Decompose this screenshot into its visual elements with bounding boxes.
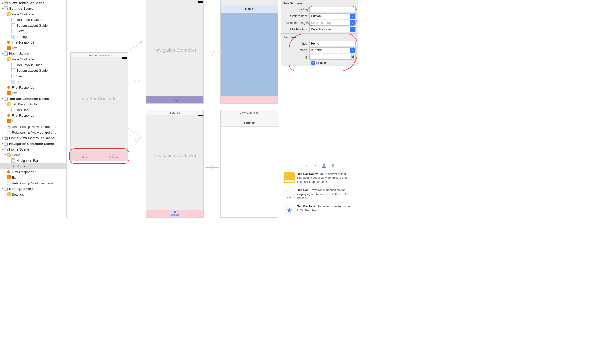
- library-tab-code-icon[interactable]: {}: [312, 163, 317, 168]
- scene-header[interactable]: ▶Settings Scene: [0, 6, 66, 11]
- outline-item[interactable]: ▼Home: [0, 152, 66, 158]
- home-icon: ⌂: [174, 97, 176, 100]
- title-position-select[interactable]: Default Position⌄: [309, 27, 356, 32]
- outline-item[interactable]: ⬢First Responder: [0, 113, 66, 118]
- chevron-down-icon: ⌄: [350, 14, 355, 19]
- outline-item[interactable]: →Exit: [0, 45, 66, 51]
- outline-item[interactable]: Navigation Bar: [0, 158, 66, 163]
- outline-item[interactable]: ▼View Controller: [0, 56, 66, 62]
- outline-item[interactable]: Bottom Layout Guide: [0, 23, 66, 28]
- tab-home[interactable]: ⌂Home: [71, 151, 99, 161]
- outline-item[interactable]: ⬢First Responder: [0, 39, 66, 45]
- outline-item[interactable]: →Exit: [0, 90, 66, 96]
- outline-label: First Responder: [12, 40, 35, 44]
- enabled-checkbox[interactable]: ✓: [311, 61, 315, 65]
- storyboard-canvas[interactable]: Tab Bar Controller Tab Bar Controller ⌂H…: [67, 0, 281, 218]
- tab-bar[interactable]: ⌂Home ⚙Settings: [71, 151, 128, 161]
- outline-item[interactable]: Relationship "view controller...: [0, 124, 66, 130]
- system-item-select[interactable]: Custom⌄: [309, 13, 356, 19]
- tag-row: Tag 0▲▼: [281, 53, 358, 60]
- home-icon: ⌂: [84, 153, 86, 156]
- scene-settings-vc[interactable]: View Controller Settings: [220, 110, 278, 218]
- library-thumb-icon: ★: [284, 205, 295, 216]
- system-item-row: System Item Custom⌄: [281, 13, 358, 19]
- stepper-down-icon[interactable]: ▼: [352, 57, 355, 59]
- scene-header[interactable]: ▶Settings Scene: [0, 186, 66, 191]
- badge-row: Badge: [281, 6, 358, 13]
- select-value: Default Position: [311, 28, 333, 31]
- scene-header[interactable]: ▶Home Scene: [0, 146, 66, 152]
- document-outline[interactable]: ▶View Controller Scene ▶Settings Scene ▼…: [0, 0, 67, 218]
- outline-item[interactable]: ▼Tab Bar Controller: [0, 101, 66, 107]
- library-tab-media-icon[interactable]: ▦: [331, 163, 335, 168]
- segue-icon[interactable]: ⟋: [135, 79, 140, 83]
- title-input[interactable]: [309, 41, 356, 46]
- outline-label: Settings: [12, 192, 24, 196]
- outline-label: Exit: [12, 119, 17, 123]
- select-value: Custom: [311, 14, 322, 18]
- outline-item[interactable]: ‹Settings: [0, 34, 66, 39]
- scene-tabbar-controller[interactable]: Tab Bar Controller Tab Bar Controller ⌂H…: [70, 52, 128, 161]
- segue-arrow: [128, 128, 142, 138]
- outline-label: Tab Bar Controller: [12, 102, 39, 106]
- outline-item[interactable]: →Exit: [0, 175, 66, 180]
- enabled-row: ✓ Enabled: [281, 60, 358, 66]
- scene-header[interactable]: ▶Home Scene: [0, 51, 66, 56]
- image-select[interactable]: ic_home⌄: [309, 47, 356, 53]
- library-item[interactable]: ★ ••• Tab Bar Controller - A controller …: [281, 170, 358, 186]
- scene-header[interactable]: ▶Navigation Controller Scene: [0, 141, 66, 146]
- outline-label: View Controller: [12, 57, 34, 61]
- outline-label: Exit: [12, 176, 17, 179]
- stepper-up-icon[interactable]: ▲: [352, 54, 355, 57]
- scene-header[interactable]: ▶Home View Controller Scene: [0, 135, 66, 141]
- outline-label: First Responder: [12, 85, 35, 89]
- outline-label: Relationship "view controller...: [12, 131, 56, 134]
- outline-item[interactable]: →Exit: [0, 118, 66, 124]
- outline-item[interactable]: View: [0, 28, 66, 34]
- selected-image-select[interactable]: Selected Image⌄: [309, 20, 356, 26]
- library-tab-object-icon[interactable]: ◎: [322, 163, 326, 168]
- exit-icon: →: [7, 119, 11, 123]
- scene-center-label: Navigation Controller: [146, 48, 203, 53]
- outline-item[interactable]: ▼Settings: [0, 191, 66, 197]
- scene-header[interactable]: ▶Tab Bar Controller Scene: [0, 96, 66, 101]
- tab-label: Settings: [109, 156, 118, 158]
- outline-item[interactable]: View: [0, 73, 66, 79]
- library-item-title: Tab Bar Item: [297, 205, 315, 208]
- segue-icon[interactable]: ⟋: [135, 137, 140, 142]
- outline-label: Home: [16, 80, 25, 84]
- inspector-section-title: Tab Bar Item: [281, 0, 358, 6]
- tab-bar[interactable]: [221, 96, 278, 103]
- outline-item[interactable]: Relationship "root view contr...: [0, 180, 66, 186]
- library-item-title: Tab Bar Controller: [297, 172, 323, 175]
- outline-item[interactable]: ‹Home: [0, 79, 66, 84]
- chevron-down-icon: ⌄: [350, 20, 355, 25]
- outline-item[interactable]: ⬢First Responder: [0, 169, 66, 175]
- outline-item-selected[interactable]: ★Home: [0, 163, 66, 169]
- library-item[interactable]: ★ Tab Bar Item - Represents an item on a…: [281, 202, 358, 218]
- scene-nav-home[interactable]: Navigation Controller ⌂Home: [146, 0, 204, 104]
- outline-item[interactable]: ⬢First Responder: [0, 84, 66, 90]
- outline-label: Navigation Bar: [16, 159, 38, 163]
- library-item[interactable]: ★ ••• Tab Bar - Provides a mechanism for…: [281, 186, 358, 202]
- tag-stepper[interactable]: 0▲▼: [309, 54, 356, 60]
- outline-item[interactable]: Top Layout Guide: [0, 62, 66, 68]
- outline-item[interactable]: Relationship "view controller...: [0, 130, 66, 135]
- scene-header[interactable]: ▶View Controller Scene: [0, 0, 66, 6]
- badge-input[interactable]: [309, 7, 356, 12]
- outline-item[interactable]: ▼View Controller: [0, 11, 66, 17]
- scene-nav-settings[interactable]: Settings Navigation Controller ⚙Settings: [146, 110, 204, 218]
- outline-label: First Responder: [12, 170, 35, 174]
- scene-label: Home Scene: [9, 52, 29, 56]
- cube-icon: ⬢: [7, 170, 11, 174]
- tab-bar[interactable]: ⚙Settings: [146, 210, 203, 217]
- tab-settings[interactable]: ⚙Settings: [99, 151, 128, 161]
- tab-bar[interactable]: ⌂Home: [146, 96, 203, 103]
- scene-home-vc[interactable]: Home: [220, 0, 278, 104]
- outline-item[interactable]: Top Layout Guide: [0, 17, 66, 23]
- outline-item[interactable]: Bottom Layout Guide: [0, 68, 66, 73]
- outline-label: Bottom Layout Guide: [16, 24, 48, 27]
- library-tab-file-icon[interactable]: ▭: [303, 163, 308, 168]
- segue-icon: [7, 125, 11, 129]
- outline-item[interactable]: Tab Bar: [0, 107, 66, 113]
